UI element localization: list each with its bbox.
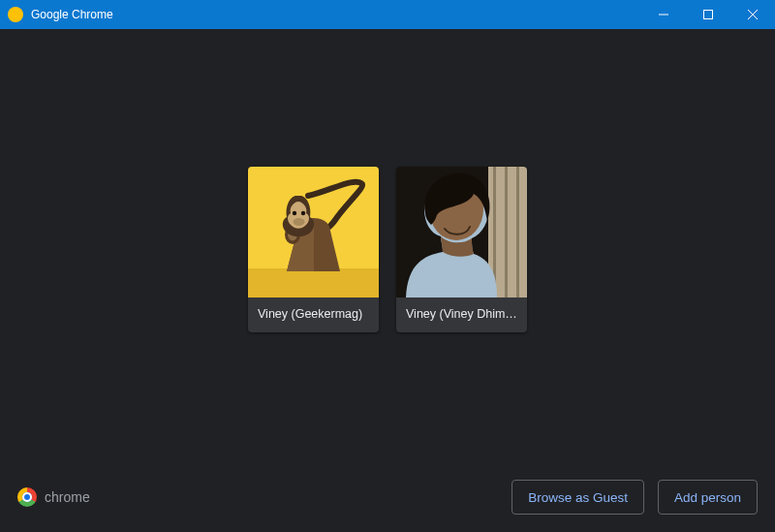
- svg-point-6: [293, 211, 296, 215]
- add-person-button[interactable]: Add person: [658, 480, 758, 515]
- svg-point-7: [301, 211, 305, 215]
- svg-rect-12: [505, 167, 508, 297]
- profile-card-1[interactable]: Viney (Geekermag): [248, 167, 379, 332]
- maximize-icon: [703, 10, 713, 19]
- browse-as-guest-button[interactable]: Browse as Guest: [512, 480, 644, 515]
- browse-as-guest-label: Browse as Guest: [528, 490, 628, 505]
- close-button[interactable]: [730, 0, 775, 29]
- monkey-avatar-icon: [248, 167, 379, 297]
- chrome-brand: chrome: [17, 487, 90, 507]
- window-controls: [641, 0, 775, 29]
- maximize-button[interactable]: [686, 0, 730, 29]
- app-icon: [8, 7, 23, 22]
- minimize-icon: [659, 10, 668, 19]
- minimize-button[interactable]: [641, 0, 686, 29]
- profile-card-2[interactable]: Viney (Viney Dhim…: [396, 167, 527, 332]
- profile-avatar-2: [396, 167, 527, 297]
- footer: chrome Browse as Guest Add person: [0, 470, 775, 532]
- profile-avatar-1: [248, 167, 379, 297]
- profiles-row: Viney (Geekermag) Viney (Viney Dhim…: [0, 29, 775, 470]
- close-icon: [748, 10, 758, 19]
- profile-name-2: Viney (Viney Dhim…: [396, 297, 527, 332]
- chrome-brand-label: chrome: [45, 489, 90, 505]
- add-person-label: Add person: [674, 490, 741, 505]
- person-photo-icon: [396, 167, 527, 297]
- window-titlebar: Google Chrome: [0, 0, 775, 29]
- chrome-logo-icon: [17, 487, 37, 507]
- profile-name-1: Viney (Geekermag): [248, 297, 379, 332]
- svg-rect-13: [516, 167, 519, 297]
- profile-picker-surface: Viney (Geekermag) Viney (Viney Dhim…: [0, 29, 775, 532]
- svg-rect-1: [704, 11, 713, 19]
- svg-point-8: [294, 218, 305, 226]
- window-title: Google Chrome: [31, 8, 113, 21]
